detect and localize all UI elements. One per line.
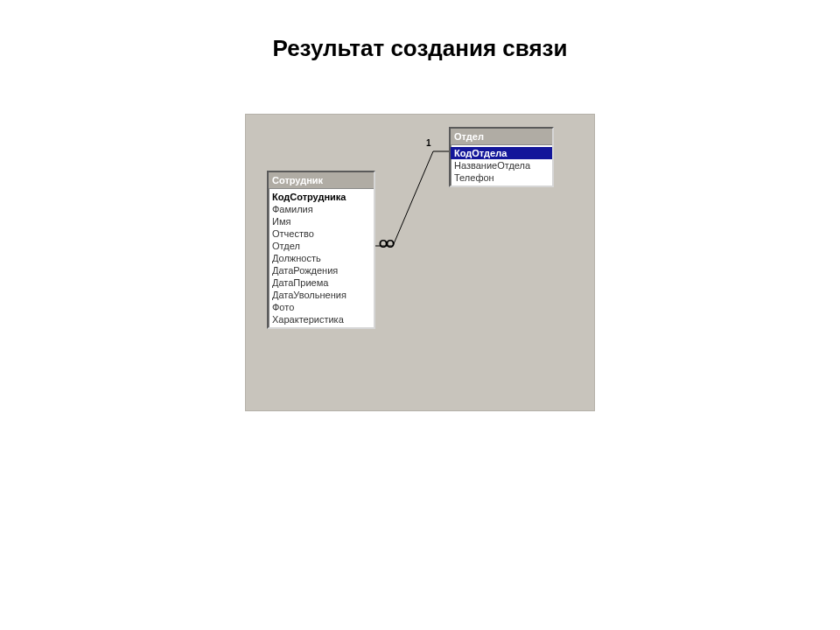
svg-line-1 xyxy=(393,151,433,246)
field-kharakteristika[interactable]: Характеристика xyxy=(269,313,374,326)
field-kodotdela[interactable]: КодОтдела xyxy=(451,147,552,159)
field-familia[interactable]: Фамилия xyxy=(269,203,374,215)
field-otchestvo[interactable]: Отчество xyxy=(269,228,374,240)
cardinality-one: 1 xyxy=(426,138,431,148)
field-telefon[interactable]: Телефон xyxy=(451,172,552,184)
table-department-fields: КодОтдела НазваниеОтдела Телефон xyxy=(451,145,552,186)
table-department-header[interactable]: Отдел xyxy=(451,129,552,145)
field-imya[interactable]: Имя xyxy=(269,215,374,228)
field-foto[interactable]: Фото xyxy=(269,301,374,313)
cardinality-many: OO xyxy=(379,237,393,250)
table-employee[interactable]: Сотрудник КодСотрудника Фамилия Имя Отче… xyxy=(267,171,375,329)
field-dolzhnost[interactable]: Должность xyxy=(269,252,374,264)
field-nazvanieotdela[interactable]: НазваниеОтдела xyxy=(451,159,552,172)
page-title: Результат создания связи xyxy=(0,35,840,62)
table-department[interactable]: Отдел КодОтдела НазваниеОтдела Телефон xyxy=(449,127,554,187)
field-datapriema[interactable]: ДатаПриема xyxy=(269,276,374,289)
relationships-canvas: Сотрудник КодСотрудника Фамилия Имя Отче… xyxy=(245,114,595,411)
field-kodsotrudnika[interactable]: КодСотрудника xyxy=(269,191,374,203)
field-datarozhdeniya[interactable]: ДатаРождения xyxy=(269,264,374,276)
table-employee-header[interactable]: Сотрудник xyxy=(269,172,374,189)
field-datauvolneniya[interactable]: ДатаУвольнения xyxy=(269,289,374,301)
table-employee-fields: КодСотрудника Фамилия Имя Отчество Отдел… xyxy=(269,189,374,327)
field-otdel[interactable]: Отдел xyxy=(269,240,374,252)
